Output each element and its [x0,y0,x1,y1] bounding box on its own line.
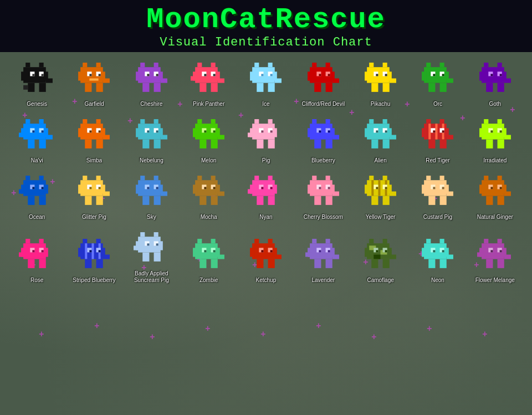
svg-rect-133 [85,140,92,148]
svg-rect-447 [497,259,504,268]
svg-rect-257 [154,196,160,205]
cat-sprite-melon [188,114,229,156]
svg-rect-50 [218,79,224,83]
cat-name-orc: Orc [433,101,442,107]
svg-rect-159 [218,135,224,140]
plus-decoration: + [150,332,155,342]
svg-rect-199 [429,124,431,139]
svg-rect-14 [96,63,101,67]
plus-decoration: + [39,330,44,340]
svg-rect-124 [83,119,88,124]
svg-rect-139 [136,128,140,137]
cat-name-ocean: Ocean [29,214,45,221]
cat-item-lavender: Lavender [297,234,350,284]
svg-rect-266 [204,187,207,189]
cat-name-pig: Pig [262,157,270,164]
svg-rect-110 [504,79,511,83]
svg-rect-235 [83,176,88,180]
cat-name-ice: Ice [262,101,269,107]
svg-rect-444 [490,250,493,252]
cat-item-rose: Rose [11,234,63,284]
svg-rect-338 [44,248,48,257]
svg-rect-61 [268,83,275,92]
svg-rect-74 [332,79,339,83]
cat-name-zombie: Zombie [200,277,218,284]
svg-rect-135 [103,135,110,140]
cat-sprite-cherry-blossom [303,171,344,212]
svg-rect-269 [211,196,218,205]
cat-sprite-striped-blueberry [73,234,115,275]
svg-rect-268 [200,196,206,205]
svg-rect-66 [308,71,312,80]
cat-sprite-garfield [73,58,115,99]
svg-rect-172 [312,119,316,124]
svg-rect-16 [79,71,83,80]
cat-sprite-rose [16,234,58,275]
svg-rect-181 [314,140,321,148]
svg-rect-282 [248,189,254,193]
svg-rect-311 [440,176,444,180]
svg-rect-230 [33,187,35,189]
cat-name-cherry-blossom: Cherry Blossom [304,214,343,221]
svg-rect-433 [442,250,444,252]
svg-rect-238 [79,185,83,193]
svg-rect-72 [314,83,321,92]
svg-rect-136 [140,119,145,124]
svg-rect-144 [156,130,158,132]
cat-item-pig: Pig [239,114,292,164]
svg-rect-122 [19,132,25,137]
svg-rect-25 [90,79,99,81]
svg-rect-160 [255,119,259,124]
svg-rect-236 [96,176,101,180]
svg-rect-267 [213,187,216,189]
svg-rect-368 [147,243,149,245]
cat-name-cheshire: Cheshire [140,101,162,107]
svg-rect-34 [156,74,158,76]
svg-rect-410 [369,239,374,243]
svg-rect-11 [23,85,28,90]
svg-rect-158 [211,140,218,148]
cat-name-clifford: Clifford/Red Devil [301,101,345,107]
svg-rect-49 [191,76,197,80]
svg-rect-416 [365,248,369,257]
svg-rect-88 [440,63,444,67]
svg-rect-386 [268,239,273,243]
svg-rect-209 [440,140,447,148]
svg-rect-330 [499,187,502,189]
svg-rect-322 [484,176,488,180]
cat-sprite-pink-panther [188,58,229,99]
svg-rect-211 [484,119,488,124]
svg-rect-222 [504,135,511,140]
svg-rect-202 [422,128,427,137]
svg-rect-362 [154,232,158,237]
svg-rect-299 [378,180,381,196]
svg-rect-156 [213,130,216,132]
svg-rect-224 [39,176,44,180]
svg-rect-63 [312,63,316,67]
cat-item-cheshire: Cheshire [125,58,178,107]
svg-rect-270 [218,192,224,196]
cat-name-simba: Simba [86,157,102,164]
svg-rect-393 [270,250,273,252]
svg-rect-342 [42,250,44,252]
svg-rect-223 [25,176,30,180]
cat-item-clifford: Clifford/Red Devil [297,58,350,107]
svg-rect-195 [390,135,396,140]
svg-rect-13 [83,63,88,67]
cat-sprite-suncream-pig [131,227,172,269]
cat-item-melon: Melon [182,114,235,164]
svg-rect-420 [376,250,378,252]
svg-rect-207 [442,130,444,132]
cat-item-orc: Orc [411,58,464,107]
plus-decoration: + [482,330,488,340]
svg-rect-98 [447,79,453,83]
svg-rect-82 [376,74,378,76]
svg-rect-352 [79,248,83,257]
svg-rect-306 [385,187,387,189]
cat-name-mocha: Mocha [201,214,217,221]
svg-rect-271 [255,176,259,180]
svg-rect-121 [39,140,46,148]
cat-item-suncream-pig: Badly Applied Suncream Pig [125,227,178,284]
svg-rect-73 [325,83,332,92]
cat-name-flower-melange: Flower Melange [475,277,515,284]
